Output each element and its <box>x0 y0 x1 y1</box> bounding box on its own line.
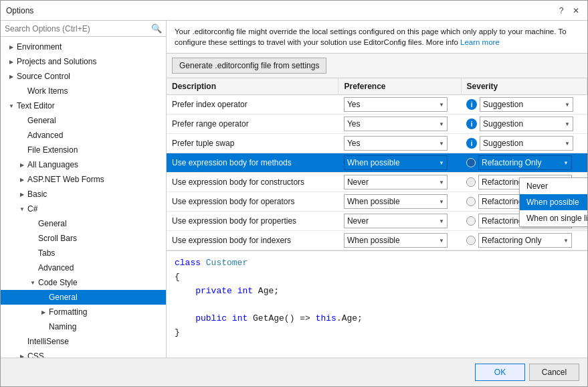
row-pref-expr-operators: When possible ▼ <box>338 192 461 212</box>
pref-arrow-prefer-range: ▼ <box>439 121 444 127</box>
sidebar-item-css[interactable]: CSS <box>1 349 166 358</box>
row-pref-prefer-index: Yes ▼ <box>338 95 461 114</box>
bottom-bar: OK Cancel <box>1 358 587 386</box>
search-box: 🔍 <box>1 21 166 37</box>
sidebar-item-naming[interactable]: Naming <box>1 319 166 334</box>
code-type-int: int <box>237 286 258 296</box>
sev-cell-prefer-tuple: i Suggestion ▼ <box>466 136 581 151</box>
sidebar-item-code-style-general[interactable]: General <box>1 290 166 305</box>
pref-val-prefer-tuple: Yes <box>347 139 361 148</box>
help-button[interactable]: ? <box>555 5 567 17</box>
sidebar-item-projects-solutions[interactable]: Projects and Solutions <box>1 54 166 69</box>
row-sev-prefer-range: i Suggestion ▼ <box>461 114 587 134</box>
expander-text-editor <box>6 100 17 111</box>
label-csharp-general: General <box>38 219 67 228</box>
sev-dropdown-prefer-tuple[interactable]: Suggestion ▼ <box>480 136 573 151</box>
code-classname: Customer <box>206 258 248 268</box>
table-row-active: Use expression body for methods When pos… <box>167 153 587 173</box>
sidebar-item-intellisense[interactable]: IntelliSense <box>1 334 166 349</box>
sidebar-item-csharp[interactable]: C# <box>1 202 166 216</box>
sev-val-expr-methods: Refactoring Only <box>482 158 541 167</box>
table-row: Prefer index operator Yes ▼ i <box>167 95 587 114</box>
sidebar-item-csharp-scrollbars[interactable]: Scroll Bars <box>1 231 166 246</box>
sev-dropdown-prefer-range[interactable]: Suggestion ▼ <box>480 117 573 131</box>
pref-dropdown-expr-constructors[interactable]: Never ▼ <box>344 175 448 189</box>
close-button[interactable]: ✕ <box>570 5 582 17</box>
pref-val-prefer-range: Yes <box>347 119 361 129</box>
sidebar-item-csharp-tabs[interactable]: Tabs <box>1 246 166 260</box>
sidebar-item-advanced-te[interactable]: Advanced <box>1 128 166 143</box>
row-desc-expr-indexers: Use expression body for indexers <box>167 231 338 250</box>
pref-dropdown-expr-methods[interactable]: When possible ▼ <box>344 155 448 170</box>
sev-dropdown-expr-methods[interactable]: Refactoring Only ▼ <box>478 155 572 170</box>
col-header-description: Description <box>167 78 338 95</box>
sev-cell-expr-indexers: Refactoring Only ▼ <box>466 233 581 248</box>
pref-arrow-expr-methods: ▼ <box>439 160 444 166</box>
code-keyword-private: private <box>195 286 237 296</box>
sidebar-item-code-style[interactable]: Code Style <box>1 275 166 290</box>
pref-dropdown-prefer-tuple[interactable]: Yes ▼ <box>344 136 448 151</box>
tree: Environment Projects and Solutions Sourc… <box>1 37 166 358</box>
code-keyword-class: class <box>175 258 206 268</box>
row-pref-prefer-range: Yes ▼ <box>338 114 461 134</box>
dropdown-option-never[interactable]: Never <box>520 178 587 194</box>
sev-radio-expr-properties <box>466 216 476 226</box>
search-input[interactable] <box>5 24 149 33</box>
label-intellisense: IntelliSense <box>27 337 69 346</box>
pref-val-prefer-index: Yes <box>347 100 361 109</box>
sev-dropdown-prefer-index[interactable]: Suggestion ▼ <box>480 97 573 112</box>
cancel-button[interactable]: Cancel <box>529 364 579 381</box>
expander-projects <box>6 56 17 67</box>
code-prop-age: Age; <box>258 286 279 296</box>
pref-arrow-expr-indexers: ▼ <box>439 238 444 244</box>
col-header-severity: Severity <box>461 78 587 95</box>
pref-arrow-expr-operators: ▼ <box>439 199 444 205</box>
row-desc-prefer-range: Prefer range operator <box>167 114 338 134</box>
sidebar-item-work-items[interactable]: Work Items <box>1 84 166 98</box>
sidebar-item-aspnet[interactable]: ASP.NET Web Forms <box>1 172 166 187</box>
sidebar-item-basic[interactable]: Basic <box>1 187 166 202</box>
code-line-5: } <box>175 326 579 337</box>
pref-dropdown-expr-properties[interactable]: Never ▼ <box>344 214 448 228</box>
expander-formatting <box>38 307 49 317</box>
row-desc-expr-methods: Use expression body for methods <box>167 153 338 173</box>
label-code-style-general: General <box>49 293 78 302</box>
row-sev-expr-indexers: Refactoring Only ▼ <box>461 231 587 250</box>
sev-val-prefer-range: Suggestion <box>483 119 523 129</box>
sidebar-item-all-languages[interactable]: All Languages <box>1 157 166 172</box>
right-panel: Your .editorconfig file might override t… <box>167 21 587 358</box>
pref-arrow-expr-constructors: ▼ <box>439 179 444 185</box>
sidebar-item-file-extension[interactable]: File Extension <box>1 143 166 157</box>
pref-val-expr-indexers: When possible <box>347 236 400 245</box>
label-general-te: General <box>27 116 56 125</box>
sidebar-item-text-editor[interactable]: Text Editor <box>1 98 166 113</box>
pref-dropdown-prefer-range[interactable]: Yes ▼ <box>344 117 448 131</box>
label-naming: Naming <box>49 322 76 331</box>
generate-editorconfig-button[interactable]: Generate .editorconfig file from setting… <box>172 58 326 74</box>
left-panel: 🔍 Environment Projects and Solutions Sou… <box>1 21 167 358</box>
label-code-style: Code Style <box>38 278 78 287</box>
pref-dropdown-expr-operators[interactable]: When possible ▼ <box>344 194 448 209</box>
sev-radio-expr-methods <box>466 158 476 167</box>
table-header-row: Description Preference Severity <box>167 78 587 95</box>
dropdown-option-when-possible[interactable]: When possible <box>520 194 587 210</box>
sev-cell-expr-methods: Refactoring Only ▼ <box>466 155 581 170</box>
learn-more-link[interactable]: Learn more <box>460 38 500 46</box>
sidebar-item-source-control[interactable]: Source Control <box>1 69 166 84</box>
sidebar-item-csharp-general[interactable]: General <box>1 216 166 231</box>
sidebar-item-environment[interactable]: Environment <box>1 40 166 54</box>
label-csharp-scrollbars: Scroll Bars <box>38 234 77 243</box>
sev-dropdown-expr-indexers[interactable]: Refactoring Only ▼ <box>478 233 572 248</box>
dropdown-option-when-single-line[interactable]: When on single line <box>520 210 587 226</box>
row-desc-expr-constructors: Use expression body for constructors <box>167 173 338 192</box>
ok-button[interactable]: OK <box>475 364 525 381</box>
title-bar-left: Options <box>6 6 33 15</box>
pref-arrow-prefer-index: ▼ <box>439 102 444 108</box>
sidebar-item-csharp-advanced[interactable]: Advanced <box>1 260 166 275</box>
pref-dropdown-expr-indexers[interactable]: When possible ▼ <box>344 233 448 248</box>
sidebar-item-formatting[interactable]: Formatting <box>1 305 166 319</box>
label-all-languages: All Languages <box>27 160 78 169</box>
label-csharp-advanced: Advanced <box>38 263 74 273</box>
sidebar-item-general-te[interactable]: General <box>1 113 166 128</box>
pref-dropdown-prefer-index[interactable]: Yes ▼ <box>344 97 448 112</box>
